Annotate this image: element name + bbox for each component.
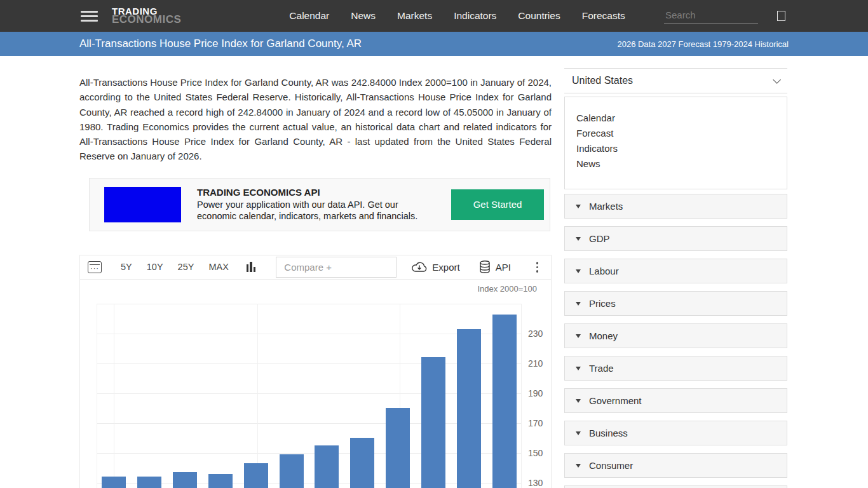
- chart-bar-2020[interactable]: [350, 438, 374, 488]
- nav-item-forecasts[interactable]: Forecasts: [582, 10, 625, 22]
- chevron-down-icon: [773, 76, 781, 84]
- cloud-download-icon: [412, 262, 427, 273]
- accordion-label: Business: [589, 428, 628, 438]
- sidebar-link-calendar[interactable]: Calendar: [576, 111, 787, 126]
- y-axis-tick: 230: [528, 329, 543, 339]
- export-button[interactable]: Export: [412, 262, 459, 273]
- get-started-button[interactable]: Get Started: [451, 189, 544, 220]
- more-options-icon[interactable]: [534, 261, 541, 274]
- country-selector-value: United States: [572, 75, 633, 86]
- caret-down-icon: [576, 302, 581, 306]
- menu-icon[interactable]: [81, 11, 98, 22]
- page-title: All-Transactions House Price Index for G…: [79, 37, 362, 50]
- y-axis-tick: 210: [528, 358, 543, 369]
- accordion-label: Trade: [589, 363, 614, 374]
- chart-bars: [97, 304, 522, 488]
- accordion-markets[interactable]: Markets: [564, 194, 787, 219]
- accordion-gdp[interactable]: GDP: [564, 226, 787, 251]
- sidebar-link-forecast[interactable]: Forecast: [576, 126, 787, 141]
- image-placeholder-icon: [777, 11, 785, 21]
- chart-card: 5Y10Y25YMAX Export: [79, 255, 552, 488]
- range-button-25y[interactable]: 25Y: [178, 262, 194, 272]
- export-label: Export: [432, 262, 459, 273]
- main-nav: CalendarNewsMarketsIndicatorsCountriesFo…: [289, 10, 625, 22]
- nav-item-news[interactable]: News: [351, 10, 376, 22]
- trading-economics-logo[interactable]: TRADING ECONOMICS: [112, 8, 181, 24]
- y-axis: 230210190170150130: [526, 304, 552, 488]
- api-label: API: [496, 262, 511, 273]
- accordion-label: Money: [589, 330, 618, 341]
- range-button-max[interactable]: MAX: [208, 262, 228, 272]
- chart-toolbar: 5Y10Y25YMAX Export: [80, 255, 551, 280]
- accordion-label: Labour: [589, 266, 619, 276]
- banner-meta-links[interactable]: 2026 Data 2027 Forecast 1979-2024 Histor…: [617, 39, 789, 49]
- chart-bar-2022[interactable]: [421, 357, 445, 488]
- chart-type-icon[interactable]: [247, 262, 256, 272]
- caret-down-icon: [576, 367, 581, 370]
- chart-bar-2016[interactable]: [208, 474, 233, 488]
- title-banner: All-Transactions House Price Index for G…: [0, 32, 868, 56]
- accordion-label: Markets: [589, 201, 623, 212]
- chart-bar-2017[interactable]: [244, 463, 268, 488]
- accordion-label: GDP: [589, 233, 610, 244]
- sidebar-links: CalendarForecastIndicatorsNews: [564, 97, 787, 189]
- caret-down-icon: [576, 269, 581, 273]
- chart-bar-2024[interactable]: [492, 315, 517, 488]
- api-promo-title: TRADING ECONOMICS API: [197, 187, 417, 198]
- api-promo-desc-line2: economic calendar, indicators, markets a…: [197, 210, 417, 222]
- caret-down-icon: [576, 205, 581, 208]
- caret-down-icon: [576, 334, 581, 338]
- sidebar-link-indicators[interactable]: Indicators: [576, 141, 787, 156]
- chart-bar-2021[interactable]: [386, 408, 410, 488]
- accordion-prices[interactable]: Prices: [564, 291, 787, 316]
- chart-bar-2023[interactable]: [457, 329, 481, 488]
- accordion-money[interactable]: Money: [564, 323, 787, 348]
- nav-item-calendar[interactable]: Calendar: [289, 10, 329, 22]
- nav-item-countries[interactable]: Countries: [518, 10, 560, 22]
- accordion-housing[interactable]: Housing: [564, 485, 787, 488]
- api-ad-image[interactable]: [104, 187, 181, 222]
- accordion-labour[interactable]: Labour: [564, 259, 787, 283]
- range-button-10y[interactable]: 10Y: [147, 262, 163, 272]
- database-icon: [479, 261, 491, 273]
- api-promo-box: TRADING ECONOMICS API Power your applica…: [89, 178, 550, 231]
- chart-unit-label: Index 2000=100: [80, 284, 537, 294]
- sidebar-link-news[interactable]: News: [576, 156, 787, 172]
- nav-item-markets[interactable]: Markets: [397, 10, 432, 22]
- api-promo-desc-line1: Power your application with our data API…: [197, 199, 417, 210]
- accordion-consumer[interactable]: Consumer: [564, 453, 787, 478]
- chart-plot-area: [97, 304, 522, 488]
- y-axis-tick: 170: [528, 418, 543, 428]
- chart-bar-2014[interactable]: [137, 477, 161, 488]
- chart-bar-2015[interactable]: [173, 472, 197, 488]
- chart-bar-2019[interactable]: [315, 445, 339, 488]
- logo-line2: ECONOMICS: [112, 15, 181, 24]
- nav-item-indicators[interactable]: Indicators: [454, 10, 496, 22]
- range-buttons: 5Y10Y25YMAX: [121, 262, 229, 272]
- caret-down-icon: [576, 431, 581, 435]
- calendar-range-icon[interactable]: [88, 261, 102, 273]
- accordion-business[interactable]: Business: [564, 421, 787, 445]
- chart-bar-2013[interactable]: [102, 477, 126, 488]
- y-axis-tick: 150: [528, 448, 543, 458]
- compare-input[interactable]: [276, 257, 397, 278]
- summary-paragraph: All-Transactions House Price Index for G…: [79, 75, 552, 164]
- accordion-government[interactable]: Government: [564, 388, 787, 413]
- caret-down-icon: [576, 399, 581, 403]
- y-axis-tick: 190: [528, 388, 543, 398]
- accordion-label: Government: [589, 395, 642, 406]
- range-button-5y[interactable]: 5Y: [121, 262, 132, 272]
- api-button[interactable]: API: [479, 261, 511, 273]
- caret-down-icon: [576, 464, 581, 468]
- sidebar-accordions: MarketsGDPLabourPricesMoneyTradeGovernme…: [564, 194, 787, 488]
- search-input[interactable]: [664, 8, 758, 24]
- accordion-label: Consumer: [589, 460, 633, 471]
- accordion-trade[interactable]: Trade: [564, 356, 787, 381]
- y-axis-tick: 130: [528, 478, 543, 488]
- chart-bar-2018[interactable]: [280, 454, 304, 488]
- country-selector[interactable]: United States: [564, 68, 787, 93]
- accordion-label: Prices: [589, 298, 616, 309]
- caret-down-icon: [576, 237, 581, 241]
- top-header: TRADING ECONOMICS CalendarNewsMarketsInd…: [0, 0, 868, 32]
